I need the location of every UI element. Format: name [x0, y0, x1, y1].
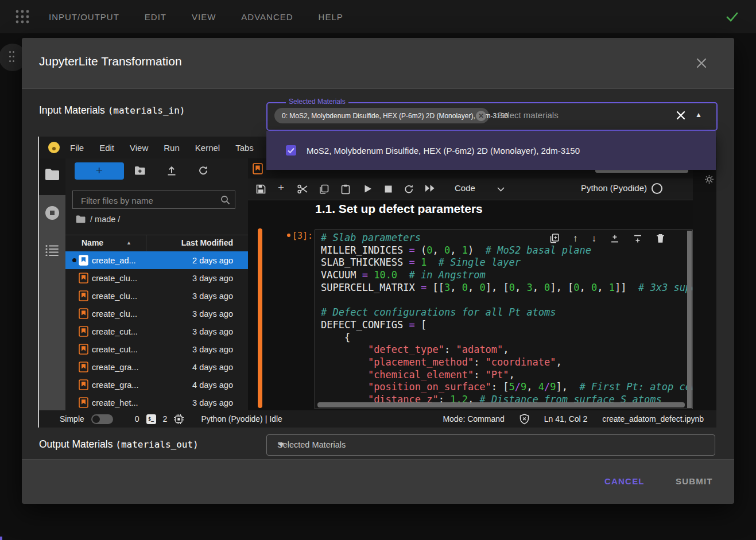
cell-type-select[interactable]: Code	[455, 183, 475, 193]
clear-selection-icon[interactable]	[676, 110, 686, 121]
output-materials-select[interactable]: Selected Materials ▼	[266, 434, 715, 456]
stop-kernel-icon[interactable]	[385, 185, 392, 193]
chip-delete-icon[interactable]: ✕	[476, 111, 486, 121]
code-line[interactable]: DEFECT_CONFIGS = [	[321, 319, 693, 332]
file-row[interactable]: create_gra...4 days ago	[65, 358, 248, 376]
new-launcher-button[interactable]: +	[75, 162, 124, 180]
simple-mode-toggle[interactable]	[91, 414, 113, 424]
file-name[interactable]: create_gra...	[92, 363, 138, 372]
collapse-dropdown-icon[interactable]: ▲	[695, 111, 702, 119]
paste-cells-icon[interactable]	[341, 184, 350, 195]
material-chip[interactable]: 0: MoS2, Molybdenum Disulfide, HEX (P-6m…	[274, 108, 489, 123]
cancel-button[interactable]: CANCEL	[604, 476, 645, 486]
search-icon[interactable]	[220, 195, 230, 205]
file-row[interactable]: create_ad...2 days ago	[65, 251, 248, 269]
file-row[interactable]: create_het...3 days ago	[65, 394, 248, 411]
file-row[interactable]: create_cut...3 days ago	[65, 323, 248, 340]
terminal-icon[interactable]: $_	[146, 414, 156, 424]
menu-help[interactable]: HELP	[319, 12, 343, 22]
file-row[interactable]: create_clu...3 days ago	[65, 287, 248, 305]
menu-view[interactable]: VIEW	[192, 12, 216, 22]
duplicate-cell-icon[interactable]	[550, 234, 559, 243]
file-name[interactable]: create_gra...	[92, 380, 138, 390]
notebook-tab-icon[interactable]	[253, 163, 263, 174]
code-line[interactable]: "chemical_element": "Pt",	[321, 369, 693, 382]
menu-input-output[interactable]: INPUT/OUTPUT	[49, 12, 119, 22]
jupyter-menu-view[interactable]: View	[130, 143, 148, 153]
refresh-icon[interactable]	[198, 165, 208, 176]
file-name[interactable]: create_ad...	[92, 256, 136, 265]
kernel-chip-icon[interactable]	[174, 414, 184, 424]
trust-shield-icon[interactable]	[519, 414, 529, 425]
running-kernels-tab-icon[interactable]	[45, 205, 60, 220]
cursor-position[interactable]: Ln 41, Col 2	[544, 414, 588, 424]
breadcrumb-path[interactable]: / made /	[90, 215, 120, 224]
editor-mode[interactable]: Mode: Command	[443, 414, 504, 424]
insert-cell-above-icon[interactable]	[610, 234, 619, 243]
new-folder-icon[interactable]	[134, 165, 146, 176]
kernel-name[interactable]: Python (Pyodide)	[581, 183, 647, 193]
insert-cell-icon[interactable]: +	[278, 181, 284, 194]
cut-cells-icon[interactable]	[297, 184, 308, 194]
file-filter-input[interactable]	[80, 193, 214, 208]
active-filename[interactable]: create_adatom_defect.ipynb	[602, 414, 704, 424]
restart-kernel-icon[interactable]	[404, 184, 414, 194]
file-browser-tab-icon[interactable]	[45, 168, 60, 181]
code-line[interactable]	[321, 294, 693, 307]
copy-cells-icon[interactable]	[319, 184, 329, 194]
file-name[interactable]: create_clu...	[92, 292, 137, 301]
code-area[interactable]: # Slab parametersMILLER_INDICES = (0, 0,…	[321, 232, 693, 406]
jupyter-menu-run[interactable]: Run	[164, 143, 180, 153]
file-name[interactable]: create_clu...	[92, 309, 137, 318]
file-name[interactable]: create_het...	[92, 398, 138, 407]
jupyter-menu-file[interactable]: File	[70, 143, 84, 153]
close-icon[interactable]	[695, 57, 708, 69]
material-checkbox[interactable]	[286, 145, 296, 156]
file-row[interactable]: create_clu...3 days ago	[65, 305, 248, 323]
chevron-down-icon[interactable]	[497, 187, 505, 192]
menu-edit[interactable]: EDIT	[145, 12, 166, 22]
file-row[interactable]: create_cut...3 days ago	[65, 340, 248, 358]
code-line[interactable]: {	[321, 332, 693, 344]
upload-icon[interactable]	[166, 165, 177, 176]
submit-button[interactable]: SUBMIT	[676, 476, 713, 486]
jupyter-menu-tabs[interactable]: Tabs	[235, 143, 254, 153]
jupyter-menu-kernel[interactable]: Kernel	[195, 143, 220, 153]
run-all-icon[interactable]	[425, 184, 435, 192]
code-line[interactable]: "placement_method": "coordinate",	[321, 356, 693, 369]
select-materials-placeholder[interactable]: Select materials	[497, 110, 559, 120]
gear-icon[interactable]	[704, 174, 714, 184]
run-cell-icon[interactable]	[364, 184, 372, 193]
check-icon[interactable]	[724, 9, 739, 24]
insert-cell-below-icon[interactable]	[633, 234, 642, 243]
code-line[interactable]: # Defect configurations for all Pt atoms	[321, 306, 693, 319]
column-name[interactable]: Name	[82, 238, 103, 247]
app-logo-icon[interactable]	[15, 9, 30, 24]
menu-advanced[interactable]: ADVANCED	[241, 12, 293, 22]
kernels-count[interactable]: 2	[163, 414, 168, 424]
jupyter-menu-edit[interactable]: Edit	[99, 143, 114, 153]
kernel-status-icon[interactable]	[652, 183, 662, 194]
code-line[interactable]: SUPERCELL_MATRIX = [[3, 0, 0], [0, 3, 0]…	[321, 282, 693, 294]
code-line[interactable]: VACUUM = 10.0 # in Angstrom	[321, 269, 693, 282]
delete-cell-icon[interactable]	[656, 234, 665, 243]
code-line[interactable]: "defect_type": "adatom",	[321, 344, 693, 356]
editor-horizontal-scrollbar[interactable]	[317, 402, 685, 407]
code-line[interactable]: MILLER_INDICES = (0, 0, 1) # MoS2 basal …	[321, 244, 693, 257]
column-last-modified[interactable]: Last Modified	[181, 238, 233, 247]
move-cell-down-icon[interactable]: ↓	[592, 234, 597, 243]
code-line[interactable]: "position_on_surface": [5/9, 4/9], # Fir…	[321, 381, 693, 394]
cell-collapser[interactable]	[258, 228, 262, 408]
kernel-status-text[interactable]: Python (Pyodide) | Idle	[201, 414, 282, 424]
move-cell-up-icon[interactable]: ↑	[573, 234, 578, 243]
code-cell-editor[interactable]: # Slab parametersMILLER_INDICES = (0, 0,…	[315, 230, 693, 409]
material-option-label[interactable]: MoS2, Molybdenum Disulfide, HEX (P-6m2) …	[307, 146, 580, 156]
file-row[interactable]: create_gra...4 days ago	[65, 376, 248, 394]
table-of-contents-tab-icon[interactable]	[45, 244, 59, 256]
editor-vertical-scrollbar[interactable]	[687, 231, 692, 408]
save-icon[interactable]	[256, 184, 266, 194]
file-row[interactable]: create_clu...3 days ago	[65, 269, 248, 287]
file-name[interactable]: create_cut...	[92, 345, 138, 354]
breadcrumb[interactable]: / made /	[76, 215, 120, 224]
terminals-count[interactable]: 0	[135, 414, 139, 424]
